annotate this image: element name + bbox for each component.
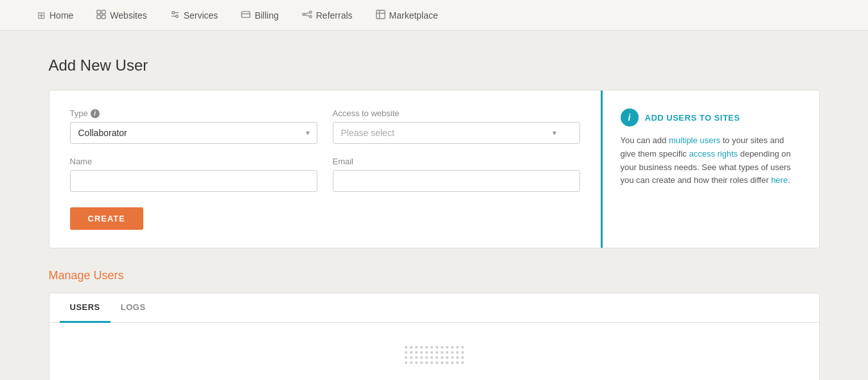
nav-services-label: Services (184, 10, 218, 21)
info-header: i ADD USERS TO SITES (621, 108, 801, 126)
svg-point-11 (309, 11, 312, 13)
access-select-wrapper: Please select ▾ (333, 122, 580, 144)
access-group: Access to website Please select ▾ (333, 108, 580, 144)
nav-billing-label: Billing (254, 10, 278, 21)
tab-users[interactable]: USERS (60, 293, 111, 323)
access-label: Access to website (333, 108, 580, 118)
svg-point-10 (303, 13, 305, 15)
add-user-form-card: Type i Collaborator Admin Developer ▾ Ac… (49, 90, 820, 248)
services-icon (170, 10, 180, 21)
svg-rect-2 (97, 15, 101, 19)
nav-websites[interactable]: Websites (85, 0, 158, 30)
type-select-wrapper: Collaborator Admin Developer ▾ (70, 122, 317, 144)
svg-rect-8 (242, 12, 250, 17)
nav-marketplace[interactable]: Marketplace (364, 0, 450, 30)
manage-users-section: Manage Users USERS LOGS (49, 269, 820, 380)
nav-home[interactable]: ⊞ Home (26, 0, 85, 30)
svg-point-5 (175, 15, 178, 17)
create-button[interactable]: CREATE (70, 207, 143, 230)
email-group: Email (333, 157, 580, 192)
type-info-icon: i (91, 109, 100, 118)
navigation: ⊞ Home Websites Services (0, 0, 868, 31)
nav-services[interactable]: Services (159, 0, 230, 30)
info-body: You can add multiple users to your sites… (621, 134, 801, 187)
here-link[interactable]: here (771, 175, 788, 185)
nav-billing[interactable]: Billing (229, 0, 290, 30)
name-input[interactable] (70, 170, 317, 192)
form-section: Type i Collaborator Admin Developer ▾ Ac… (49, 91, 601, 248)
marketplace-icon (376, 10, 385, 21)
page-title: Add New User (49, 56, 820, 74)
nav-websites-label: Websites (110, 10, 146, 21)
tabs-header: USERS LOGS (49, 293, 819, 323)
multiple-users-link[interactable]: multiple users (669, 135, 720, 145)
email-label: Email (333, 157, 580, 166)
tabs-body (49, 323, 819, 380)
info-circle-icon: i (621, 108, 639, 126)
svg-rect-3 (102, 15, 106, 19)
email-input[interactable] (333, 170, 580, 192)
nav-referrals[interactable]: Referrals (290, 0, 364, 30)
tab-logs[interactable]: LOGS (111, 293, 156, 323)
svg-point-4 (172, 11, 175, 13)
nav-home-label: Home (49, 10, 73, 21)
name-group: Name (70, 157, 317, 192)
access-select-arrow-icon: ▾ (553, 128, 556, 137)
nav-marketplace-label: Marketplace (389, 10, 438, 21)
form-row-type-access: Type i Collaborator Admin Developer ▾ Ac… (70, 108, 580, 144)
form-row-name-email: Name Email (70, 157, 580, 192)
websites-icon (96, 10, 106, 21)
svg-rect-1 (102, 10, 106, 13)
page-container: Add New User Type i Collaborator Admin D… (23, 31, 846, 380)
svg-rect-15 (376, 10, 384, 18)
type-select[interactable]: Collaborator Admin Developer (70, 122, 317, 144)
billing-icon (241, 10, 251, 21)
svg-line-14 (305, 15, 309, 16)
access-select[interactable]: Please select ▾ (333, 122, 580, 144)
name-label: Name (70, 157, 317, 166)
home-icon: ⊞ (37, 10, 46, 21)
svg-point-12 (309, 15, 312, 18)
loading-dots-pattern (405, 346, 464, 364)
svg-rect-0 (97, 10, 101, 13)
info-section: i ADD USERS TO SITES You can add multipl… (601, 91, 819, 248)
nav-referrals-label: Referrals (316, 10, 353, 21)
referrals-icon (302, 10, 312, 21)
info-title: ADD USERS TO SITES (645, 113, 740, 123)
access-placeholder: Please select (341, 128, 394, 138)
type-label: Type i (70, 108, 317, 118)
tabs-card: USERS LOGS (49, 293, 820, 380)
manage-title: Manage Users (49, 269, 820, 282)
svg-line-13 (305, 12, 309, 13)
type-group: Type i Collaborator Admin Developer ▾ (70, 108, 317, 144)
access-rights-link[interactable]: access rights (689, 149, 738, 159)
